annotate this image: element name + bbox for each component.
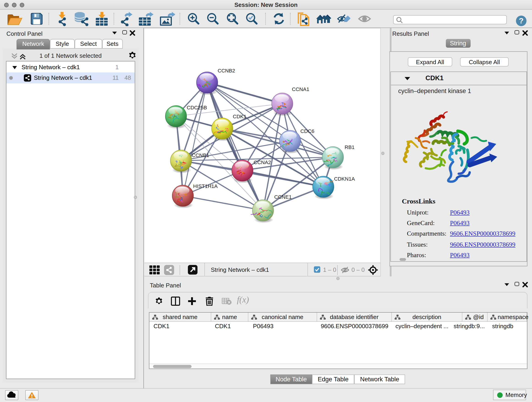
svg-text:CDC25B: CDC25B — [187, 105, 207, 110]
svg-text:CCNB2: CCNB2 — [218, 68, 235, 74]
svg-text:CCNA2: CCNA2 — [254, 160, 271, 165]
svg-text:HIST1H1A: HIST1H1A — [193, 183, 218, 189]
svg-text:RB1: RB1 — [345, 144, 355, 150]
svg-text:CCNE1: CCNE1 — [274, 194, 292, 200]
svg-text:CDC6: CDC6 — [300, 128, 314, 134]
svg-text:CDKN1A: CDKN1A — [334, 176, 355, 182]
svg-text:CDK1: CDK1 — [233, 114, 247, 119]
svg-text:CCNB1: CCNB1 — [192, 153, 209, 158]
svg-text:CCNA1: CCNA1 — [292, 86, 309, 92]
